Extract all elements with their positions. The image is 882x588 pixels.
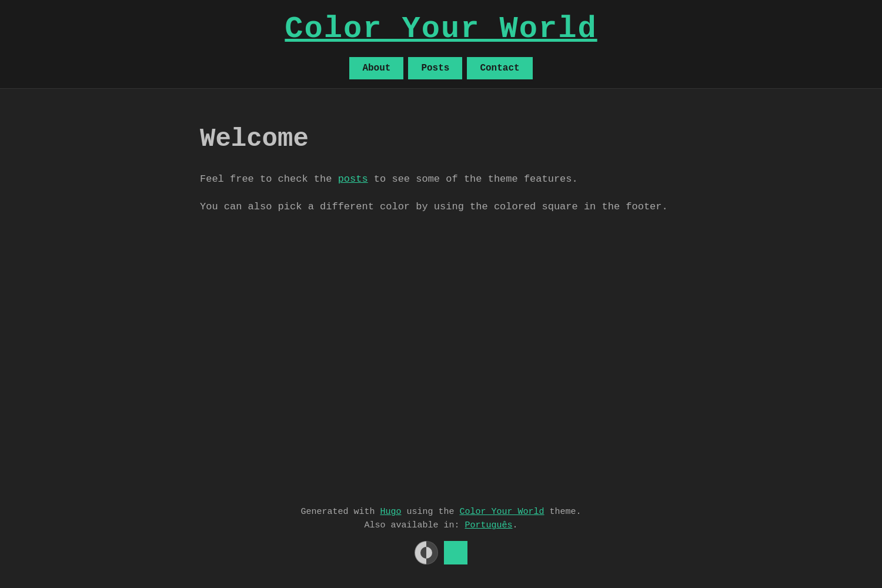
nav-about[interactable]: About <box>349 57 403 79</box>
generated-prefix: Generated with <box>300 507 380 517</box>
main-nav: About Posts Contact <box>0 57 882 79</box>
generated-middle: using the <box>401 507 459 517</box>
color-picker-button[interactable] <box>444 541 467 564</box>
available-prefix: Also available in: <box>364 520 465 530</box>
theme-toggle-button[interactable] <box>415 541 438 564</box>
site-footer: Generated with Hugo using the Color Your… <box>0 489 882 588</box>
generated-suffix: theme. <box>544 507 582 517</box>
footer-generated-line: Generated with Hugo using the Color Your… <box>12 507 870 517</box>
hugo-link[interactable]: Hugo <box>380 507 401 517</box>
nav-contact[interactable]: Contact <box>467 57 532 79</box>
para1-prefix: Feel free to check the <box>200 173 338 185</box>
available-suffix: . <box>513 520 518 530</box>
content-paragraph-2: You can also pick a different color by u… <box>200 199 682 215</box>
site-title[interactable]: Color Your World <box>285 12 597 46</box>
half-circle-icon <box>420 546 433 559</box>
theme-link[interactable]: Color Your World <box>460 507 544 517</box>
footer-lang-line: Also available in: Português. <box>12 520 870 530</box>
nav-posts[interactable]: Posts <box>408 57 462 79</box>
para1-suffix: to see some of the theme features. <box>368 173 578 185</box>
site-header: Color Your World About Posts Contact <box>0 0 882 89</box>
posts-link[interactable]: posts <box>338 173 368 185</box>
welcome-heading: Welcome <box>200 124 682 153</box>
footer-controls <box>12 541 870 564</box>
lang-link[interactable]: Português <box>465 520 513 530</box>
main-content: Welcome Feel free to check the posts to … <box>176 89 706 489</box>
theme-toggle-icon <box>415 542 437 564</box>
content-paragraph-1: Feel free to check the posts to see some… <box>200 171 682 187</box>
